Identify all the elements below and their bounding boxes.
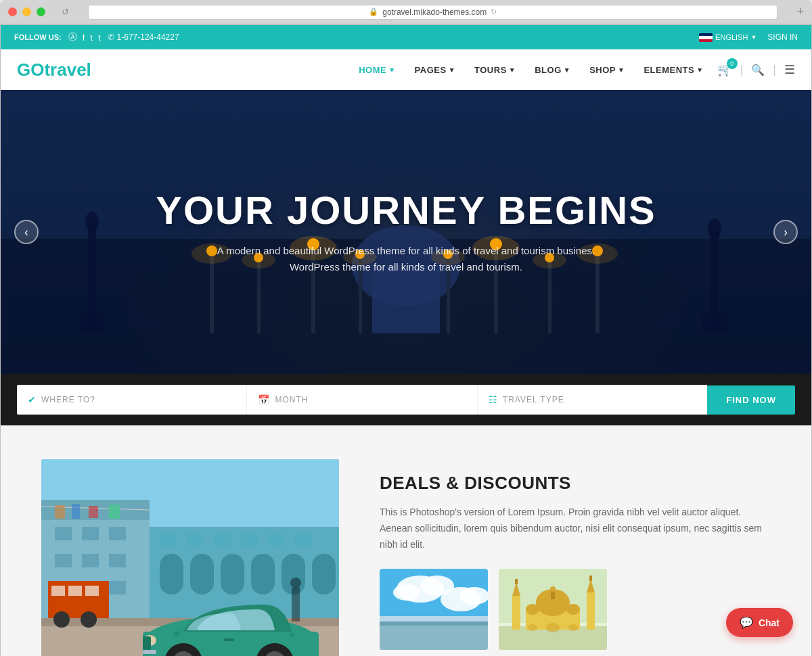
search-bar: ✔ WHERE TO? 📅 MONTH ☷ TRAVEL TYPE FIND N… — [1, 374, 811, 425]
deals-title: DEALS & DISCOUNTS — [380, 473, 771, 494]
chevron-down-icon: ▼ — [564, 66, 570, 74]
minimize-dot[interactable] — [22, 7, 31, 16]
svg-rect-85 — [109, 505, 120, 519]
sign-in-link[interactable]: SIGN IN — [767, 32, 798, 42]
travel-type-field[interactable]: ☷ TRAVEL TYPE — [478, 385, 707, 415]
nav-item-shop[interactable]: SHOP ▼ — [589, 65, 625, 75]
svg-rect-111 — [589, 576, 592, 581]
hero-subtitle: A modern and beautiful WordPress theme f… — [217, 243, 595, 275]
svg-rect-51 — [160, 534, 177, 546]
svg-rect-75 — [143, 650, 156, 654]
browser-chrome: ↺ 🔒 gotravel.mikado-themes.com ↻ + — [0, 0, 812, 24]
browser-titlebar: ↺ 🔒 gotravel.mikado-themes.com ↻ + — [0, 0, 812, 24]
svg-point-108 — [566, 604, 580, 615]
svg-rect-83 — [72, 504, 80, 519]
svg-rect-98 — [512, 596, 520, 630]
svg-point-78 — [290, 633, 294, 637]
mini-card-mosque[interactable] — [499, 569, 607, 650]
hero-section: YOUR JOURNEY BEGINS A modern and beautif… — [1, 90, 811, 374]
svg-rect-38 — [55, 554, 72, 567]
hamburger-menu-button[interactable]: ☰ — [784, 62, 795, 77]
sky-card-svg — [380, 569, 488, 650]
close-dot[interactable] — [8, 7, 17, 16]
svg-rect-28 — [80, 313, 104, 333]
svg-rect-53 — [214, 534, 231, 546]
cart-button[interactable]: 🛒 0 — [717, 62, 732, 77]
chevron-down-icon: ▼ — [388, 66, 395, 74]
facebook-icon[interactable]: f — [83, 32, 85, 43]
svg-point-90 — [393, 584, 420, 601]
deals-image — [41, 459, 339, 656]
svg-point-64 — [81, 611, 97, 628]
svg-point-80 — [290, 578, 301, 588]
search-button[interactable]: 🔍 — [751, 64, 765, 76]
svg-point-63 — [53, 611, 70, 628]
instagram-icon[interactable]: Ⓐ — [68, 31, 77, 43]
logo-go: GO — [17, 60, 44, 80]
chevron-down-icon: ▼ — [618, 66, 625, 74]
month-field[interactable]: 📅 MONTH — [247, 385, 477, 415]
svg-rect-40 — [109, 554, 126, 567]
nav-links: HOME ▼ PAGES ▼ TOURS ▼ BLOG ▼ SHOP ▼ ELE… — [359, 65, 703, 75]
new-tab-button[interactable]: + — [796, 5, 804, 19]
deals-text: This is Photoshop's version of Lorem Ips… — [380, 505, 771, 553]
svg-rect-36 — [82, 527, 99, 540]
nav-item-elements[interactable]: ELEMENTS ▼ — [644, 65, 703, 75]
twitter-icon[interactable]: t — [90, 32, 93, 43]
svg-rect-61 — [68, 586, 82, 596]
svg-rect-84 — [89, 506, 98, 518]
chat-icon: 💬 — [740, 616, 753, 629]
svg-point-30 — [708, 218, 721, 239]
svg-rect-55 — [268, 534, 285, 546]
find-now-button[interactable]: FIND NOW — [707, 385, 795, 415]
top-bar-right: ENGLISH ▼ SIGN IN — [699, 32, 798, 42]
svg-rect-45 — [160, 554, 183, 594]
svg-rect-47 — [221, 554, 244, 594]
divider: | — [740, 63, 744, 77]
mini-card-sky[interactable] — [380, 569, 488, 650]
website-content: FOLLOW US: Ⓐ f t t ✆ 1-677-124-44227 ENG… — [0, 24, 812, 656]
cart-badge: 0 — [727, 58, 738, 69]
svg-rect-82 — [55, 505, 65, 519]
chevron-down-icon: ▼ — [696, 66, 703, 74]
top-bar: FOLLOW US: Ⓐ f t t ✆ 1-677-124-44227 ENG… — [1, 25, 811, 49]
svg-point-112 — [546, 623, 560, 632]
svg-rect-76 — [224, 638, 234, 641]
svg-rect-39 — [82, 554, 99, 567]
language-selector[interactable]: ENGLISH ▼ — [699, 33, 757, 42]
top-bar-left: FOLLOW US: Ⓐ f t t ✆ 1-677-124-44227 — [14, 31, 179, 43]
svg-rect-31 — [702, 313, 727, 333]
hero-title: YOUR JOURNEY BEGINS — [156, 189, 656, 232]
svg-point-92 — [459, 587, 488, 605]
nav-bar: GOtravel HOME ▼ PAGES ▼ TOURS ▼ BLOG ▼ S… — [1, 49, 811, 90]
mini-cards — [380, 569, 771, 650]
calendar-icon: 📅 — [258, 394, 269, 405]
slider-next-button[interactable]: › — [773, 220, 798, 244]
svg-point-77 — [174, 631, 179, 636]
svg-point-27 — [85, 212, 99, 232]
nav-item-tours[interactable]: TOURS ▼ — [474, 65, 516, 75]
svg-rect-48 — [251, 554, 275, 594]
where-to-field[interactable]: ✔ WHERE TO? — [17, 385, 247, 415]
tumblr-icon[interactable]: t — [98, 32, 101, 43]
logo[interactable]: GOtravel — [17, 60, 91, 80]
slider-prev-button[interactable]: ‹ — [14, 220, 39, 244]
svg-rect-56 — [295, 534, 312, 546]
svg-rect-37 — [109, 527, 126, 540]
svg-rect-54 — [241, 534, 258, 546]
svg-rect-93 — [380, 623, 488, 650]
svg-point-114 — [568, 624, 578, 631]
svg-rect-60 — [51, 586, 65, 596]
address-bar[interactable]: 🔒 gotravel.mikado-themes.com ↻ — [88, 5, 777, 20]
chat-button[interactable]: 💬 Chat — [726, 608, 793, 637]
nav-item-pages[interactable]: PAGES ▼ — [415, 65, 455, 75]
maximize-dot[interactable] — [37, 7, 45, 16]
chevron-down-icon: ▼ — [750, 34, 757, 41]
nav-item-home[interactable]: HOME ▼ — [359, 65, 395, 75]
svg-rect-94 — [380, 622, 488, 626]
phone-icon: ✆ — [108, 32, 114, 42]
follow-us-label: FOLLOW US: — [14, 33, 62, 41]
nav-item-blog[interactable]: BLOG ▼ — [535, 65, 570, 75]
svg-rect-74 — [143, 636, 151, 650]
filter-icon: ☷ — [489, 394, 497, 405]
